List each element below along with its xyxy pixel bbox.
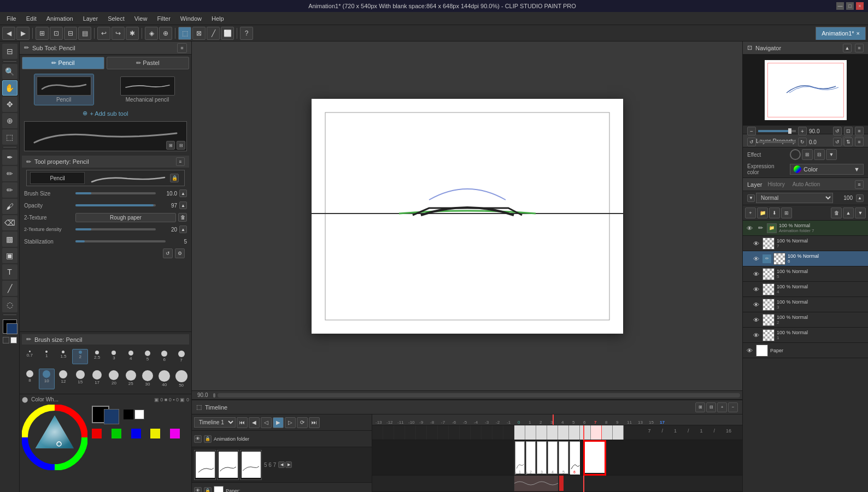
tab-pastel[interactable]: ✏ Pastel	[107, 57, 189, 69]
rot-flip[interactable]: ⇅	[844, 138, 853, 146]
nav-preview-canvas[interactable]	[765, 60, 847, 120]
kf-thumb-2[interactable]	[217, 450, 239, 480]
zoom-fit-btn[interactable]: ⊡	[844, 127, 853, 135]
layer-row-paper[interactable]: 👁 Paper	[743, 343, 868, 358]
tool-line[interactable]: ╱	[2, 281, 17, 296]
fc-key-1[interactable]	[525, 425, 536, 440]
tool-gradient[interactable]: ▣	[2, 248, 17, 263]
thumb-mini-4[interactable]	[548, 441, 558, 474]
tool-move[interactable]: ✥	[2, 97, 17, 112]
texture-density-slider[interactable]	[75, 228, 156, 230]
tl-prev-frame[interactable]: ◀	[278, 461, 285, 468]
fc-key-4[interactable]	[558, 425, 569, 440]
menu-layer[interactable]: Layer	[79, 14, 103, 23]
fc-key-3[interactable]	[547, 425, 558, 440]
layer-row-6[interactable]: 👁 ✏ 100 % Normal 6	[743, 251, 868, 266]
layer-row-7[interactable]: 👁 100 % Normal 7	[743, 236, 868, 251]
new-folder-btn[interactable]: 📁	[757, 208, 768, 218]
tool-fill[interactable]: ▩	[2, 232, 17, 247]
minimize-btn[interactable]: —	[836, 2, 844, 10]
tool-eraser[interactable]: ⌫	[2, 215, 17, 230]
sub-tool-menu[interactable]: ≡	[177, 43, 187, 53]
menu-filter[interactable]: Filter	[153, 14, 174, 23]
pal-purple[interactable]	[170, 429, 180, 438]
toolbar-nav-fwd[interactable]: ▶	[16, 27, 30, 40]
size-item-30[interactable]: 30	[140, 369, 156, 389]
nav-collapse[interactable]: ▲	[843, 44, 852, 52]
fc-key-9[interactable]	[613, 425, 624, 440]
tl-vis-1[interactable]: 👁	[194, 435, 202, 443]
zoom-out-btn[interactable]: −	[747, 127, 756, 135]
tool-eyedropper[interactable]: ✒	[2, 150, 17, 165]
layer-row-2[interactable]: 👁 100 % Normal 2	[743, 312, 868, 328]
rot-reset[interactable]: ↺	[833, 138, 842, 146]
thumb-mini-5[interactable]	[559, 441, 568, 474]
add-sub-tool-btn[interactable]: ⊕ + Add sub tool	[20, 108, 191, 119]
brush-size-slider[interactable]	[75, 192, 156, 194]
preset-white[interactable]	[134, 410, 144, 419]
toolbar-help[interactable]: ?	[240, 27, 253, 40]
size-item-2.5[interactable]: 2.5	[89, 349, 105, 364]
layer-delete-btn[interactable]: 🗑	[831, 208, 842, 218]
toolbar-view2[interactable]: ⊡	[50, 27, 63, 40]
kf-thumb-1[interactable]	[194, 450, 216, 480]
timeline-selector[interactable]: Timeline 1	[194, 417, 236, 428]
tool-selection-rect[interactable]: ⬚	[2, 129, 17, 145]
size-item-6[interactable]: 6	[156, 349, 172, 364]
fc-key-6[interactable]	[580, 425, 591, 440]
rot-cw-btn[interactable]: ↻	[798, 138, 807, 146]
tool-pencil[interactable]: ✏	[2, 182, 17, 198]
size-item-50[interactable]: 50	[173, 369, 189, 389]
size-item-17[interactable]: 17	[89, 369, 105, 389]
size-item-4[interactable]: 4	[123, 349, 139, 364]
property-settings[interactable]: ≡	[176, 157, 185, 166]
play-play[interactable]: ▶	[273, 417, 284, 428]
toolbar-nav-back[interactable]: ◀	[2, 27, 15, 40]
color-dropdown[interactable]: Color ▼	[790, 164, 864, 175]
tool-transform[interactable]: ⊕	[2, 113, 17, 128]
size-item-1[interactable]: 1	[39, 349, 55, 364]
layer-move-down[interactable]: ▼	[855, 208, 866, 218]
prop-reset[interactable]: ↺	[163, 248, 173, 258]
menu-edit[interactable]: Edit	[22, 14, 41, 23]
fc-current-7[interactable]	[591, 425, 602, 440]
brush-preview-btn1[interactable]: ⊞	[166, 141, 175, 150]
size-item-3[interactable]: 3	[106, 349, 122, 364]
canvas-tab-close[interactable]: ×	[857, 30, 860, 37]
zoom-in-btn[interactable]: +	[798, 127, 807, 135]
zoom-reset-btn[interactable]: ↺	[833, 127, 842, 135]
zoom-handle[interactable]	[788, 128, 791, 134]
layer-vis-4[interactable]: 👁	[752, 285, 760, 294]
foreground-color[interactable]	[3, 319, 17, 334]
tool-pen[interactable]: ✏	[2, 166, 17, 181]
layer-vis-5[interactable]: 👁	[752, 270, 760, 278]
menu-window[interactable]: Window	[176, 14, 206, 23]
toolbar-op1[interactable]: ✱	[126, 27, 139, 40]
color-wheel-svg[interactable]	[22, 405, 87, 470]
thumb-mini-3[interactable]	[537, 441, 547, 474]
menu-file[interactable]: File	[2, 14, 21, 23]
opacity-up[interactable]: ▲	[179, 201, 187, 209]
nav-settings[interactable]: ≡	[855, 44, 864, 52]
drawing-canvas[interactable]	[312, 99, 623, 334]
pal-green[interactable]	[112, 429, 121, 438]
layers-settings[interactable]: ≡	[855, 180, 864, 189]
tool-text[interactable]: T	[2, 264, 17, 280]
menu-view[interactable]: View	[130, 14, 152, 23]
play-step-back[interactable]: ◁	[261, 417, 272, 428]
stabilization-slider[interactable]	[75, 240, 166, 242]
tool-brush[interactable]: 🖌	[2, 199, 17, 214]
size-item-12[interactable]: 12	[56, 369, 72, 389]
play-prev-end[interactable]: ⏮	[237, 417, 248, 428]
blend-mode-select[interactable]: Normal	[756, 193, 833, 203]
layer-row-folder[interactable]: 👁 ✏ 📁 100 % Normal Animation folder 7	[743, 221, 868, 236]
toolbar-redo[interactable]: ↪	[112, 27, 125, 40]
size-item-0.7[interactable]: 0.7	[22, 349, 38, 364]
effect-circle-btn[interactable]	[790, 149, 801, 160]
opacity-up-btn[interactable]: ▲	[856, 194, 864, 202]
h-scroll-thumb[interactable]	[213, 393, 215, 398]
pal-red[interactable]	[92, 429, 102, 438]
brush-size-up[interactable]: ▲	[179, 189, 187, 197]
effect-dropdown[interactable]: ▼	[826, 149, 837, 160]
texture-remove[interactable]: 🗑	[178, 213, 187, 222]
